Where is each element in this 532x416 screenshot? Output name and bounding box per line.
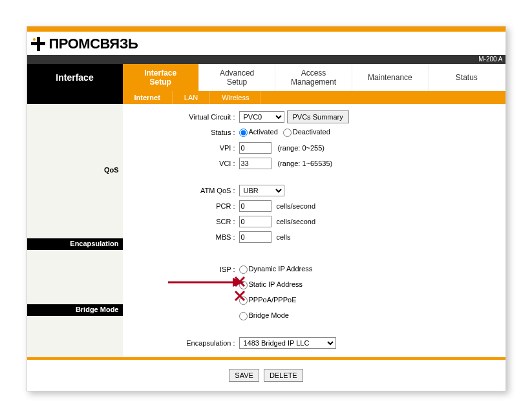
model-text: M-200 A — [478, 56, 502, 63]
section-qos: QoS — [104, 166, 119, 174]
section-encapsulation: Encapsulation — [70, 240, 118, 247]
router-admin-window: ПРОМСВЯЗЬ M-200 A Interface Interface Se… — [27, 26, 506, 391]
top-accent-bar — [27, 26, 505, 32]
pvcs-summary-button[interactable]: PVCs Summary — [287, 110, 349, 123]
svg-point-2 — [33, 38, 36, 41]
radio-staticip[interactable] — [239, 281, 248, 289]
input-mbs[interactable] — [239, 231, 271, 243]
logo-row: ПРОМСВЯЗЬ — [27, 32, 505, 55]
sub-tabs: Internet LAN Wireless — [27, 91, 505, 104]
select-virtual-circuit[interactable]: PVC0 — [239, 111, 284, 123]
radio-activated-wrap[interactable]: Activated — [239, 128, 278, 137]
tab-access-management[interactable]: Access Management — [275, 64, 352, 91]
main-tabs: Interface Interface Setup Advanced Setup… — [27, 64, 505, 91]
radio-activated-label: Activated — [249, 128, 278, 136]
radio-deactivated-label: Deactivated — [293, 128, 330, 136]
side-title: Interface — [27, 64, 123, 91]
tab-maintenance[interactable]: Maintenance — [352, 64, 429, 91]
unit-pcr: cells/second — [277, 202, 316, 210]
label-vci: VCI : — [129, 160, 239, 167]
tab-status[interactable]: Status — [429, 64, 505, 91]
radio-deactivated-wrap[interactable]: Deactivated — [283, 128, 330, 137]
subtab-wireless[interactable]: Wireless — [210, 91, 261, 104]
radio-dynip-wrap[interactable]: Dynamic IP Address — [239, 265, 313, 274]
label-mbs: MBS : — [129, 233, 239, 241]
range-vci: (range: 1~65535) — [278, 160, 333, 167]
label-encapsulation: Encapsulation : — [129, 339, 239, 347]
input-scr[interactable] — [239, 216, 271, 227]
range-vpi: (range: 0~255) — [278, 144, 325, 152]
main-column: Virtual Circuit : PVC0 PVCs Summary Stat… — [123, 104, 505, 357]
side-column: QoS Encapsulation Bridge Mode — [27, 104, 123, 357]
label-status: Status : — [129, 129, 239, 136]
input-pcr[interactable] — [239, 200, 271, 212]
input-vpi[interactable] — [239, 142, 271, 154]
label-scr: SCR : — [129, 218, 239, 225]
radio-pppoa-wrap[interactable]: PPPoA/PPPoE — [239, 296, 297, 305]
radio-pppoa-label: PPPoA/PPPoE — [249, 296, 297, 304]
radio-staticip-label: Static IP Address — [249, 280, 303, 288]
section-bridge-mode: Bridge Mode — [76, 306, 119, 313]
radio-bridge-label: Bridge Mode — [249, 311, 289, 319]
tab-interface-setup[interactable]: Interface Setup — [123, 64, 199, 91]
brand-text: ПРОМСВЯЗЬ — [49, 36, 138, 52]
radio-deactivated[interactable] — [283, 129, 292, 137]
radio-pppoa[interactable] — [239, 296, 248, 305]
radio-dynip-label: Dynamic IP Address — [249, 265, 313, 273]
unit-scr: cells/second — [277, 218, 316, 225]
save-button[interactable]: SAVE — [229, 369, 259, 382]
subtab-lan[interactable]: LAN — [173, 91, 210, 104]
unit-mbs: cells — [277, 233, 291, 241]
radio-bridge[interactable] — [239, 312, 248, 320]
label-pcr: PCR : — [129, 202, 239, 210]
label-virtual-circuit: Virtual Circuit : — [129, 113, 239, 121]
subtab-spacer — [27, 91, 123, 104]
delete-button[interactable]: DELETE — [264, 369, 303, 382]
model-bar: M-200 A — [27, 55, 505, 64]
radio-dynip[interactable] — [239, 265, 248, 274]
logo-icon — [30, 36, 47, 52]
label-isp: ISP : — [129, 265, 239, 273]
select-atm-qos[interactable]: UBR — [239, 185, 284, 196]
content-area: QoS Encapsulation Bridge Mode Virtual Ci… — [27, 104, 505, 357]
footer-buttons: SAVE DELETE — [27, 360, 505, 391]
tab-advanced-setup[interactable]: Advanced Setup — [199, 64, 275, 91]
input-vci[interactable] — [239, 158, 271, 169]
label-vpi: VPI : — [129, 144, 239, 152]
radio-staticip-wrap[interactable]: Static IP Address — [239, 280, 303, 289]
label-atm-qos: ATM QoS : — [129, 187, 239, 194]
radio-bridge-wrap[interactable]: Bridge Mode — [239, 311, 289, 320]
radio-activated[interactable] — [239, 129, 248, 137]
subtab-internet[interactable]: Internet — [123, 91, 173, 104]
select-encapsulation[interactable]: 1483 Bridged IP LLC — [239, 337, 336, 349]
svg-rect-1 — [31, 42, 45, 45]
